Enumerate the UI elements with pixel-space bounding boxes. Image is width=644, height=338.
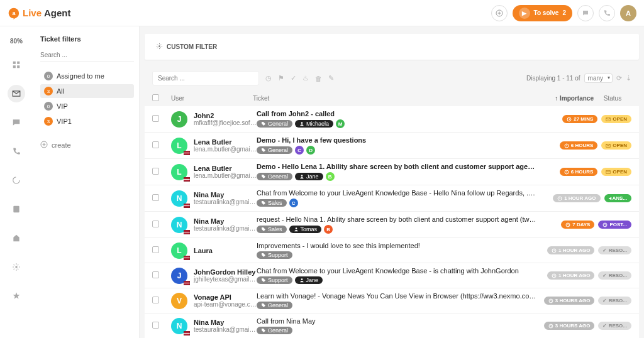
- filter-item[interactable]: 0VIP: [40, 99, 134, 113]
- row-checkbox[interactable]: [152, 141, 159, 148]
- ticket-row[interactable]: L Lena Butler lena.m.butler@gmail... Dem…: [145, 159, 639, 185]
- calls-icon[interactable]: [8, 143, 25, 160]
- brand-logo[interactable]: a LiveAgent: [8, 7, 71, 19]
- svg-point-10: [158, 45, 160, 47]
- row-checkbox[interactable]: [152, 322, 159, 329]
- status-pill: ✓ RESO...: [598, 246, 631, 254]
- col-ticket[interactable]: Ticket: [253, 95, 543, 102]
- filter-label: VIP: [57, 102, 68, 110]
- ticket-row[interactable]: L Lena Butler lena.m.butler@gmail... Dem…: [145, 133, 639, 159]
- col-user[interactable]: User: [171, 95, 253, 102]
- contacts-icon[interactable]: [8, 200, 25, 218]
- settings-icon[interactable]: [8, 258, 25, 276]
- filter-label: All: [57, 87, 64, 95]
- flag-icon: [184, 256, 190, 260]
- row-checkbox[interactable]: [152, 221, 159, 227]
- ticket-subject: Improvements - I would love to see this …: [257, 242, 538, 249]
- toolbar: ◷ ⚑ ✓ ♨ 🗑 ✎ Displaying 1 - 11 of many ⟳ …: [145, 66, 639, 90]
- user-email: testauralinka@gmail.c...: [194, 199, 257, 205]
- to-solve-count: 2: [562, 9, 566, 16]
- department-chip: Support: [257, 251, 292, 259]
- svg-point-14: [301, 175, 303, 177]
- filter-item[interactable]: 0Assigned to me: [40, 69, 134, 83]
- status-pill: POST...: [598, 221, 631, 229]
- add-button[interactable]: [491, 5, 508, 21]
- ticket-row[interactable]: L Laura Improvements - I would love to s…: [145, 238, 639, 263]
- fire-icon[interactable]: ♨: [303, 74, 309, 82]
- row-checkbox[interactable]: [152, 297, 159, 303]
- flag-icon[interactable]: ⚑: [278, 74, 284, 82]
- user-name: JohnGordon Hilley: [194, 268, 257, 276]
- ticket-row[interactable]: V Vonage API api-team@vonage.com Learn w…: [145, 288, 639, 313]
- ticket-row[interactable]: J John2 mfkaflf@jfioejioe.sofds Call fro…: [145, 106, 639, 133]
- row-checkbox[interactable]: [152, 246, 159, 253]
- user-name: Nina May: [194, 191, 257, 199]
- to-solve-label: To solve: [534, 9, 559, 16]
- trash-icon[interactable]: 🗑: [315, 75, 322, 82]
- user-avatar[interactable]: A: [620, 5, 636, 21]
- dashboard-icon[interactable]: [8, 56, 25, 74]
- ticket-row[interactable]: N Nina May testauralinka@gmail.c... Call…: [145, 313, 639, 338]
- filter-item[interactable]: 3VIP1: [40, 114, 134, 128]
- tickets-icon[interactable]: [8, 85, 25, 102]
- filter-item[interactable]: 3All: [40, 84, 134, 98]
- loading-icon[interactable]: [8, 172, 25, 189]
- col-importance[interactable]: ↑ Importance: [543, 95, 594, 102]
- ticket-subject: Demo - Hi, I have a few questions: [257, 136, 538, 144]
- refresh-icon[interactable]: ⟳: [616, 74, 622, 82]
- row-checkbox[interactable]: [152, 271, 159, 278]
- page-size-select[interactable]: many: [584, 74, 613, 83]
- row-checkbox[interactable]: [152, 115, 159, 122]
- avatar: L: [171, 138, 194, 154]
- flag-icon: [184, 204, 190, 208]
- create-filter-button[interactable]: create: [40, 141, 134, 150]
- user-email: api-team@vonage.com: [194, 301, 257, 308]
- user-email: lena.m.butler@gmail...: [194, 146, 257, 153]
- col-status[interactable]: Status: [594, 95, 631, 102]
- ticket-search-input[interactable]: [152, 71, 259, 85]
- svg-rect-5: [17, 65, 19, 68]
- ticket-subject: Call from John2 - called: [257, 110, 538, 117]
- select-all-checkbox[interactable]: [152, 94, 159, 101]
- avatar: N: [171, 318, 194, 334]
- flag-icon: [184, 177, 190, 182]
- ticket-row[interactable]: N Nina May testauralinka@gmail.c... requ…: [145, 212, 639, 238]
- knowledge-icon[interactable]: [8, 229, 25, 247]
- user-email: mfkaflf@jfioejioe.sofds: [194, 119, 257, 126]
- row-checkbox[interactable]: [152, 194, 159, 201]
- rail-percent: 80%: [10, 38, 23, 45]
- clock-icon[interactable]: ◷: [265, 74, 272, 82]
- download-icon[interactable]: ⇣: [626, 74, 631, 82]
- to-solve-button[interactable]: ▶ To solve 2: [513, 5, 572, 21]
- filter-count-badge: 3: [44, 117, 53, 126]
- department-chip: Sales: [257, 199, 287, 207]
- status-pill: ◂ ANS...: [604, 194, 631, 202]
- row-checkbox[interactable]: [152, 168, 159, 175]
- chats-icon[interactable]: [8, 114, 25, 131]
- call-button[interactable]: [599, 5, 615, 21]
- gear-icon: [156, 43, 163, 51]
- ticket-row[interactable]: N Nina May testauralinka@gmail.c... Chat…: [145, 185, 639, 212]
- ticket-row[interactable]: J JohnGordon Hilley jghilleytexas@gmail.…: [145, 263, 639, 288]
- avatar: J: [171, 111, 194, 128]
- avatar: N: [171, 190, 194, 207]
- department-chip: General: [257, 146, 292, 154]
- status-pill: OPEN: [601, 141, 631, 150]
- star-icon[interactable]: [8, 287, 25, 305]
- svg-rect-4: [13, 65, 16, 68]
- filters-search-input[interactable]: [40, 49, 134, 62]
- app-header: a LiveAgent ▶ To solve 2 A: [0, 0, 644, 26]
- tag-dot: D: [306, 146, 315, 155]
- chat-button[interactable]: [577, 5, 594, 21]
- department-chip: General: [257, 327, 292, 334]
- filter-label: VIP1: [57, 117, 72, 125]
- check-icon[interactable]: ✓: [291, 74, 296, 82]
- filters-sidebar: Ticket filters 0Assigned to me3All0VIP3V…: [33, 26, 140, 338]
- to-solve-icon: ▶: [519, 8, 530, 19]
- svg-point-6: [13, 177, 20, 184]
- avatar: J: [171, 268, 194, 284]
- tools-icon[interactable]: ✎: [328, 74, 334, 82]
- custom-filter-bar[interactable]: CUSTOM FILTER: [145, 34, 639, 60]
- nav-rail: 80%: [0, 26, 33, 338]
- svg-rect-3: [17, 62, 19, 64]
